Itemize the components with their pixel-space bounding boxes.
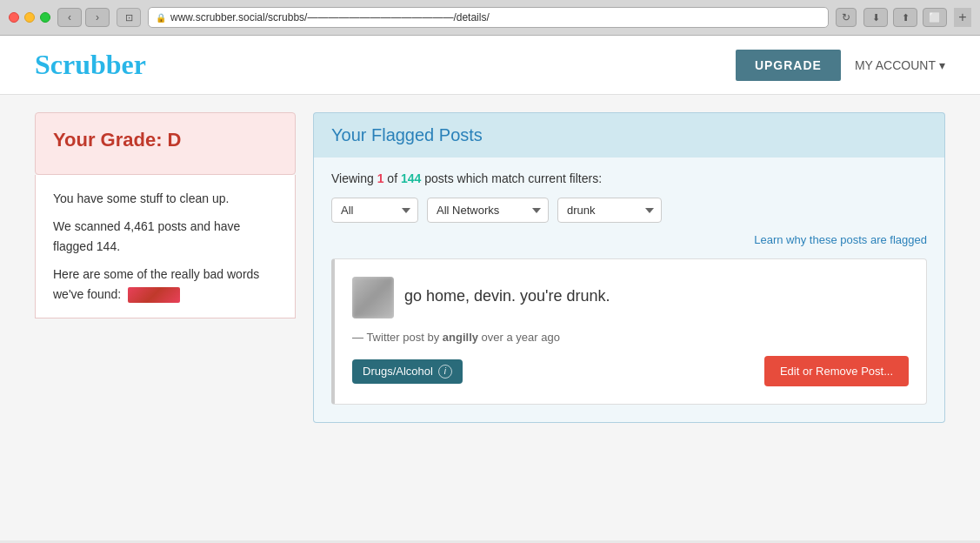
- tab-icon: ⊡: [117, 8, 141, 27]
- para1: You have some stuff to clean up.: [53, 189, 277, 208]
- grade-box: Your Grade: D: [35, 112, 296, 175]
- post-card: go home, devin. you're drunk. — Twitter …: [331, 258, 927, 405]
- new-tab-button[interactable]: +: [954, 8, 971, 27]
- browser-actions: ⬇ ⬆ ⬜: [863, 8, 947, 27]
- filters: All Flagged Unflagged All Networks Twitt…: [331, 198, 927, 223]
- post-meta: — Twitter post by angilly over a year ag…: [352, 331, 909, 344]
- main-content: Your Grade: D You have some stuff to cle…: [0, 95, 980, 440]
- my-account-label: MY ACCOUNT: [855, 58, 936, 72]
- page: Scrubber UPGRADE MY ACCOUNT ▾ Your Grade…: [0, 36, 980, 540]
- share-button[interactable]: ⬆: [893, 8, 917, 27]
- forward-button[interactable]: ›: [85, 8, 110, 27]
- url-text: www.scrubber.social/scrubbs/————————————…: [170, 11, 490, 23]
- avatar: [352, 277, 394, 318]
- flagged-posts-body: Viewing 1 of 144 posts which match curre…: [313, 158, 945, 423]
- edit-remove-button[interactable]: Edit or Remove Post...: [764, 356, 909, 386]
- tag-label: Drugs/Alcohol: [363, 365, 433, 378]
- header: Scrubber UPGRADE MY ACCOUNT ▾: [0, 36, 980, 95]
- viewing-total: 144: [401, 171, 421, 185]
- browser-chrome: ‹ › ⊡ 🔒 www.scrubber.social/scrubbs/————…: [0, 0, 980, 36]
- fullscreen-button[interactable]: ⬜: [923, 8, 947, 27]
- lock-icon: 🔒: [156, 13, 166, 23]
- post-footer: Drugs/Alcohol i Edit or Remove Post...: [352, 356, 909, 386]
- viewing-text: Viewing 1 of 144 posts which match curre…: [331, 171, 927, 185]
- header-right: UPGRADE MY ACCOUNT ▾: [736, 50, 945, 81]
- nav-buttons: ‹ ›: [57, 8, 110, 27]
- filter-keyword-select[interactable]: drunk alcohol drugs: [557, 198, 662, 223]
- flagged-posts-header: Your Flagged Posts: [313, 112, 945, 158]
- my-account-button[interactable]: MY ACCOUNT ▾: [855, 58, 945, 72]
- upgrade-button[interactable]: UPGRADE: [736, 50, 841, 81]
- redacted-words: [128, 287, 180, 303]
- address-bar[interactable]: 🔒 www.scrubber.social/scrubbs/——————————…: [148, 7, 829, 28]
- filter-network-select[interactable]: All Networks Twitter Facebook Instagram: [427, 198, 549, 223]
- grade-body: You have some stuff to clean up. We scan…: [35, 175, 296, 318]
- avatar-image: [352, 277, 394, 318]
- filter-type-select[interactable]: All Flagged Unflagged: [331, 198, 418, 223]
- left-panel: Your Grade: D You have some stuff to cle…: [35, 112, 296, 423]
- para2: We scanned 4,461 posts and have flagged …: [53, 217, 277, 256]
- post-content: go home, devin. you're drunk.: [352, 277, 909, 318]
- grade-title: Your Grade: D: [53, 129, 277, 151]
- info-icon[interactable]: i: [438, 365, 452, 379]
- chevron-down-icon: ▾: [939, 58, 945, 72]
- maximize-button[interactable]: [40, 12, 50, 23]
- learn-why-link[interactable]: Learn why these posts are flagged: [331, 233, 927, 246]
- post-text: go home, devin. you're drunk.: [404, 277, 610, 307]
- viewing-current: 1: [377, 171, 384, 185]
- logo: Scrubber: [35, 49, 146, 81]
- flagged-posts-title: Your Flagged Posts: [331, 125, 927, 145]
- close-button[interactable]: [9, 12, 19, 23]
- back-button[interactable]: ‹: [57, 8, 82, 27]
- download-button[interactable]: ⬇: [863, 8, 888, 27]
- right-panel: Your Flagged Posts Viewing 1 of 144 post…: [313, 112, 945, 423]
- reload-button[interactable]: ↻: [836, 8, 857, 27]
- para3: Here are some of the really bad words we…: [53, 265, 277, 304]
- tag-badge: Drugs/Alcohol i: [352, 359, 463, 384]
- minimize-button[interactable]: [24, 12, 35, 23]
- traffic-lights: [9, 12, 50, 23]
- post-author: angilly: [443, 331, 478, 344]
